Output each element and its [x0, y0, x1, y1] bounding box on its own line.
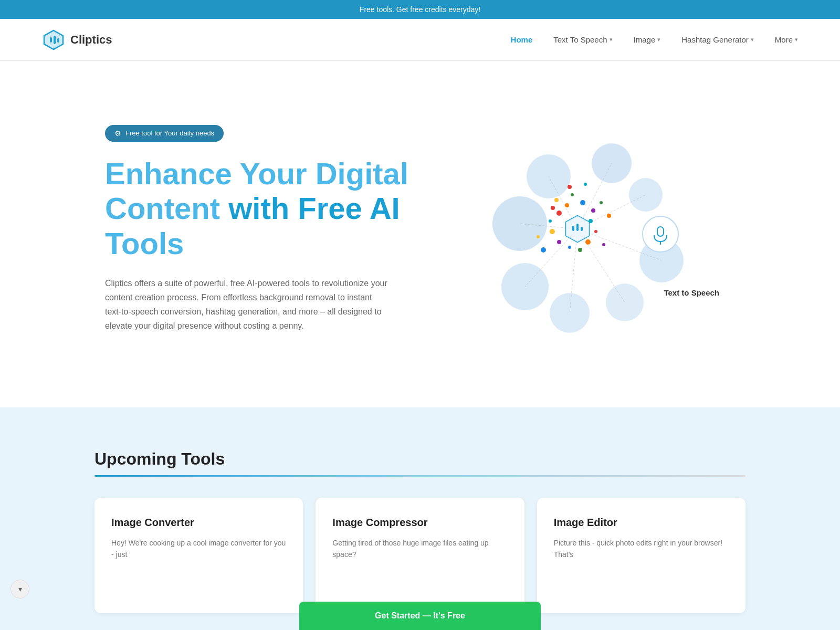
nav-link-more[interactable]: More ▾ [775, 35, 798, 44]
nav-link-tts[interactable]: Text To Speech ▾ [553, 35, 612, 44]
nav-links: Home Text To Speech ▾ Image ▾ Hashtag Ge… [511, 35, 798, 44]
nav-item-hashtag[interactable]: Hashtag Generator ▾ [681, 35, 754, 44]
tool-card-image-editor-title: Image Editor [554, 517, 729, 529]
tts-label: Text to Speech [664, 288, 719, 297]
hero-right: Text to Speech [420, 103, 735, 355]
svg-point-32 [568, 246, 571, 249]
svg-point-24 [554, 198, 559, 202]
svg-point-22 [556, 211, 562, 216]
svg-point-49 [643, 216, 678, 252]
nav-item-tts[interactable]: Text To Speech ▾ [553, 35, 612, 44]
svg-point-40 [541, 247, 546, 253]
svg-point-43 [584, 183, 587, 186]
svg-rect-46 [572, 226, 574, 231]
tool-card-image-editor: Image Editor Picture this - quick photo … [537, 498, 746, 613]
nav-link-image[interactable]: Image ▾ [634, 35, 661, 44]
tool-card-image-compressor-desc: Getting tired of those huge image files … [332, 537, 507, 561]
svg-point-29 [594, 230, 597, 233]
svg-rect-47 [576, 224, 579, 231]
banner-text: Free tools. Get free credits everyday! [360, 5, 480, 14]
cta-button[interactable]: Get Started — It's Free [299, 602, 541, 630]
section-divider [94, 475, 746, 477]
svg-point-31 [578, 248, 582, 252]
svg-point-35 [549, 219, 552, 223]
cta-button-label: Get Started — It's Free [375, 611, 465, 620]
nav-link-home[interactable]: Home [511, 35, 533, 44]
hero-section: ⚙ Free tool for Your daily needs Enhance… [0, 61, 840, 407]
nav-link-hashtag[interactable]: Hashtag Generator ▾ [681, 35, 754, 44]
nav-item-home[interactable]: Home [511, 35, 533, 44]
logo-icon [42, 28, 65, 51]
chevron-down-icon: ▾ [18, 585, 22, 593]
gear-icon: ⚙ [114, 129, 121, 138]
svg-rect-4 [57, 38, 59, 43]
nav-item-more[interactable]: More ▾ [775, 35, 798, 44]
hero-title: Enhance Your Digital Content with Free A… [105, 156, 420, 261]
hero-title-line1: Enhance Your Digital [105, 156, 408, 191]
tool-card-image-compressor: Image Compressor Getting tired of those … [316, 498, 524, 613]
chevron-down-icon: ▾ [657, 36, 660, 43]
svg-rect-48 [581, 227, 583, 231]
chevron-down-icon: ▾ [751, 36, 754, 43]
svg-point-37 [600, 201, 603, 204]
svg-rect-2 [50, 37, 52, 43]
chevron-down-icon: ▾ [610, 36, 613, 43]
navbar: Cliptics Home Text To Speech ▾ Image ▾ H… [0, 19, 840, 61]
svg-point-38 [607, 214, 611, 218]
hero-badge: ⚙ Free tool for Your daily needs [105, 125, 224, 142]
hero-description: Cliptics offers a suite of powerful, fre… [105, 276, 388, 333]
hero-title-line3: Tools [105, 226, 184, 260]
network-visualization [467, 119, 688, 339]
upcoming-section: Upcoming Tools Image Converter Hey! We'r… [0, 407, 840, 630]
chevron-down-icon: ▾ [795, 36, 798, 43]
scroll-down-button[interactable]: ▾ [10, 580, 29, 598]
svg-point-42 [568, 185, 572, 189]
svg-point-25 [571, 193, 574, 196]
svg-point-27 [591, 208, 595, 213]
svg-point-26 [580, 200, 585, 205]
svg-line-20 [578, 229, 625, 302]
svg-point-39 [602, 243, 605, 246]
svg-point-23 [565, 203, 569, 207]
nav-item-image[interactable]: Image ▾ [634, 35, 661, 44]
tool-card-image-converter: Image Converter Hey! We're cooking up a … [94, 498, 303, 613]
logo-text: Cliptics [70, 33, 112, 47]
tools-grid: Image Converter Hey! We're cooking up a … [94, 498, 746, 613]
upcoming-section-title: Upcoming Tools [94, 449, 746, 469]
svg-point-30 [585, 239, 591, 245]
tool-card-image-editor-desc: Picture this - quick photo edits right i… [554, 537, 729, 561]
logo-link[interactable]: Cliptics [42, 28, 112, 51]
svg-point-34 [550, 229, 555, 234]
hero-left: ⚙ Free tool for Your daily needs Enhance… [105, 125, 420, 333]
badge-text: Free tool for Your daily needs [125, 129, 214, 137]
tool-card-image-converter-desc: Hey! We're cooking up a cool image conve… [111, 537, 286, 561]
svg-point-33 [557, 240, 561, 244]
tool-card-image-converter-title: Image Converter [111, 517, 286, 529]
svg-point-41 [537, 235, 540, 238]
svg-point-36 [551, 206, 555, 210]
svg-rect-3 [54, 36, 56, 44]
tool-card-image-compressor-title: Image Compressor [332, 517, 507, 529]
top-banner: Free tools. Get free credits everyday! [0, 0, 840, 19]
